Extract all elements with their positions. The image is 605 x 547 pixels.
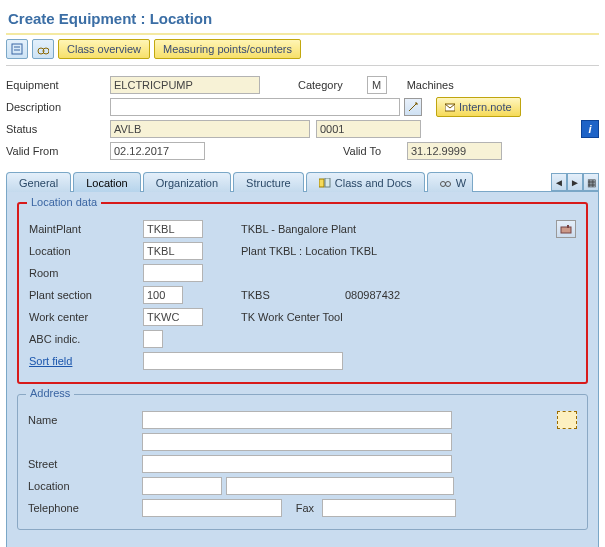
svg-point-8	[440, 181, 445, 186]
fax-input[interactable]	[322, 499, 456, 517]
info-icon[interactable]: i	[581, 120, 599, 138]
status-sub-input[interactable]	[316, 120, 421, 138]
valid-to-label: Valid To	[343, 145, 403, 157]
tab-w[interactable]: W	[427, 172, 473, 192]
address-title: Address	[26, 387, 74, 399]
docs-tab-icon	[319, 178, 331, 188]
equipment-input[interactable]	[110, 76, 260, 94]
plant-section-input[interactable]	[143, 286, 183, 304]
location-data-title: Location data	[27, 196, 101, 208]
work-center-label: Work center	[29, 311, 139, 323]
tab-list-icon[interactable]: ▦	[583, 173, 599, 191]
class-overview-button[interactable]: Class overview	[58, 39, 150, 59]
location-data-group: Location data MaintPlant TKBL - Bangalor…	[17, 202, 588, 384]
valid-from-input[interactable]	[110, 142, 205, 160]
location-input[interactable]	[143, 242, 203, 260]
tab-structure[interactable]: Structure	[233, 172, 304, 192]
telephone-label: Telephone	[28, 502, 138, 514]
tab-bar: General Location Organization Structure …	[6, 172, 599, 192]
street-input[interactable]	[142, 455, 452, 473]
maint-plant-desc: TKBL - Bangalore Plant	[241, 223, 356, 235]
loc1-input[interactable]	[142, 477, 222, 495]
binoculars-tab-icon	[440, 178, 452, 188]
page-title: Create Equipment : Location	[6, 6, 599, 35]
toolbar: Class overview Measuring points/counters	[6, 35, 599, 66]
valid-to-input[interactable]	[407, 142, 502, 160]
class-docs-tab-label: Class and Docs	[335, 177, 412, 189]
equipment-label: Equipment	[6, 79, 106, 91]
abc-input[interactable]	[143, 330, 163, 348]
sort-field-input[interactable]	[143, 352, 343, 370]
category-code-input[interactable]	[367, 76, 387, 94]
status-label: Status	[6, 123, 106, 135]
w-tab-label: W	[456, 177, 466, 189]
valid-from-label: Valid From	[6, 145, 106, 157]
tab-location[interactable]: Location	[73, 172, 141, 192]
category-label: Category	[298, 79, 343, 91]
sort-field-link[interactable]: Sort field	[29, 355, 139, 367]
name-input[interactable]	[142, 411, 452, 429]
work-center-desc: TK Work Center Tool	[241, 311, 343, 323]
doc-tree-icon[interactable]	[6, 39, 28, 59]
svg-rect-6	[319, 179, 324, 187]
street-label: Street	[28, 458, 138, 470]
location-desc: Plant TKBL : Location TKBL	[241, 245, 377, 257]
svg-rect-11	[567, 225, 569, 228]
maint-plant-input[interactable]	[143, 220, 203, 238]
tab-general[interactable]: General	[6, 172, 71, 192]
address-group: Address Name Street Location Telephon	[17, 394, 588, 530]
binoculars-icon[interactable]	[32, 39, 54, 59]
room-label: Room	[29, 267, 139, 279]
svg-point-9	[445, 181, 450, 186]
status-input[interactable]	[110, 120, 310, 138]
room-input[interactable]	[143, 264, 203, 282]
telephone-input[interactable]	[142, 499, 282, 517]
name2-input[interactable]	[142, 433, 452, 451]
measuring-points-button[interactable]: Measuring points/counters	[154, 39, 301, 59]
location-label: Location	[29, 245, 139, 257]
name-label: Name	[28, 414, 138, 426]
loc2-input[interactable]	[226, 477, 454, 495]
header-area: Equipment Category Machines Description …	[6, 66, 599, 162]
abc-label: ABC indic.	[29, 333, 139, 345]
tab-scroll-right-icon[interactable]: ►	[567, 173, 583, 191]
description-input[interactable]	[110, 98, 400, 116]
svg-rect-10	[561, 227, 571, 233]
svg-rect-7	[325, 178, 330, 187]
address-details-icon[interactable]	[557, 411, 577, 429]
fax-label: Fax	[286, 502, 314, 514]
maint-plant-label: MaintPlant	[29, 223, 139, 235]
tab-panel: Location data MaintPlant TKBL - Bangalor…	[6, 192, 599, 547]
work-center-input[interactable]	[143, 308, 203, 326]
plant-section-label: Plant section	[29, 289, 139, 301]
svg-rect-0	[12, 44, 22, 54]
category-text: Machines	[407, 79, 454, 91]
plant-details-icon[interactable]	[556, 220, 576, 238]
intern-note-button[interactable]: Intern.note	[436, 97, 521, 117]
tab-class-docs[interactable]: Class and Docs	[306, 172, 425, 192]
tab-organization[interactable]: Organization	[143, 172, 231, 192]
addr-location-label: Location	[28, 480, 138, 492]
section-num: 080987432	[345, 289, 400, 301]
edit-text-icon[interactable]	[404, 98, 422, 116]
section-code: TKBS	[241, 289, 341, 301]
tab-scroll-left-icon[interactable]: ◄	[551, 173, 567, 191]
intern-note-label: Intern.note	[459, 101, 512, 113]
description-label: Description	[6, 101, 106, 113]
